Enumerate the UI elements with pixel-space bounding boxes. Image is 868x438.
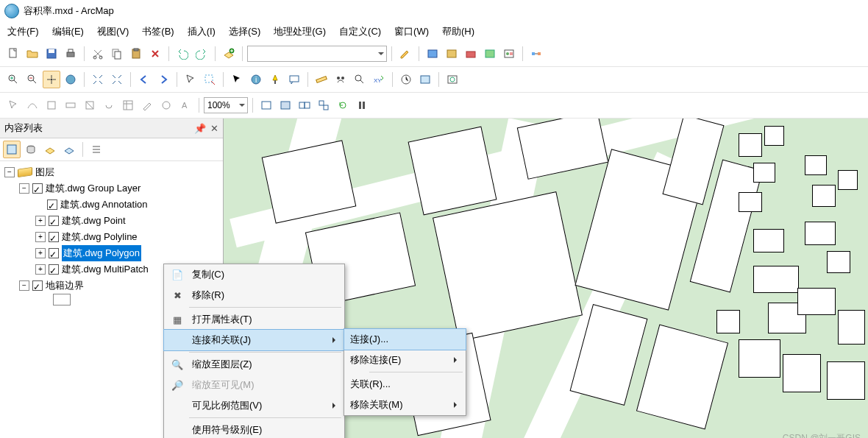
- add-data-icon[interactable]: [220, 45, 238, 63]
- data-frame-tools-1-icon[interactable]: [257, 96, 275, 114]
- undo-icon[interactable]: [174, 45, 191, 63]
- ctx-zoom-layer[interactable]: 🔍缩放至图层(Z): [164, 354, 344, 375]
- list-by-selection-icon[interactable]: [60, 141, 78, 158]
- tree-layer-annotation[interactable]: 建筑.dwg Annotation: [1, 197, 221, 213]
- python-icon[interactable]: [481, 45, 499, 63]
- ctx-open-table[interactable]: ▦打开属性表(T): [164, 309, 344, 330]
- split-icon[interactable]: [81, 96, 99, 114]
- list-by-drawing-order-icon[interactable]: [3, 141, 21, 158]
- forward-icon[interactable]: [154, 71, 172, 88]
- search-window-icon[interactable]: [443, 45, 460, 63]
- print-icon[interactable]: [62, 45, 79, 63]
- tree-root[interactable]: −图层: [1, 164, 221, 180]
- zoom-in-icon[interactable]: [4, 71, 22, 88]
- open-icon[interactable]: [24, 45, 41, 63]
- goto-xy-icon[interactable]: XY: [370, 71, 388, 88]
- tree-group[interactable]: −建筑.dwg Group Layer: [1, 180, 221, 197]
- menu-selection[interactable]: 选择(S): [229, 25, 260, 38]
- svg-point-17: [506, 52, 509, 55]
- reshape-icon[interactable]: [43, 96, 60, 114]
- svg-rect-46: [281, 102, 290, 109]
- modelbuilder-icon[interactable]: [500, 45, 518, 63]
- delete-icon[interactable]: [146, 45, 164, 63]
- tree-layer-polyline[interactable]: +建筑.dwg Polyline: [1, 229, 221, 245]
- menu-edit[interactable]: 编辑(E): [52, 25, 84, 38]
- edit-annotation-icon[interactable]: A: [177, 96, 194, 114]
- identify-icon[interactable]: i: [247, 71, 265, 88]
- arctoolbox-icon[interactable]: [462, 45, 480, 63]
- list-by-source-icon[interactable]: [22, 141, 40, 158]
- menu-view[interactable]: 视图(V): [97, 25, 129, 38]
- time-slider-icon[interactable]: [397, 71, 415, 88]
- sub-remove-join[interactable]: 移除连接(E): [344, 350, 466, 370]
- fixed-zoom-out-icon[interactable]: [108, 71, 126, 88]
- menu-help[interactable]: 帮助(H): [442, 25, 474, 38]
- find-icon[interactable]: [332, 71, 349, 88]
- trace-icon[interactable]: [157, 96, 175, 114]
- ctx-visible-scale[interactable]: 可见比例范围(V): [164, 395, 344, 416]
- sub-relate[interactable]: 关联(R)...: [344, 374, 466, 395]
- close-panel-icon[interactable]: ✕: [210, 123, 218, 134]
- copy-icon[interactable]: [108, 45, 126, 63]
- clear-selection-icon[interactable]: [201, 71, 218, 88]
- edit-vertices-icon[interactable]: [24, 96, 41, 114]
- menu-file[interactable]: 文件(F): [7, 25, 39, 38]
- ctx-symbol-levels[interactable]: 使用符号级别(E): [164, 420, 344, 438]
- save-icon[interactable]: [43, 45, 60, 63]
- ctx-joins-relates[interactable]: 连接和关联(J): [163, 329, 345, 351]
- data-frame-tools-3-icon[interactable]: [296, 96, 313, 114]
- scale-combo[interactable]: [247, 46, 387, 62]
- window-title: 容积率.mxd - ArcMap: [24, 4, 114, 18]
- svg-rect-13: [447, 50, 456, 57]
- viewer-window-icon[interactable]: [444, 71, 461, 88]
- rotate-icon[interactable]: [100, 96, 118, 114]
- cut-polygons-icon[interactable]: [62, 96, 79, 114]
- menu-window[interactable]: 窗口(W): [394, 25, 429, 38]
- zoom-percent-combo[interactable]: 100%: [204, 97, 248, 113]
- create-viewer-icon[interactable]: [416, 71, 434, 88]
- model-icon[interactable]: [527, 45, 545, 63]
- hyperlink-icon[interactable]: [266, 71, 284, 88]
- back-icon[interactable]: [135, 71, 153, 88]
- cut-icon[interactable]: [89, 45, 107, 63]
- redo-icon[interactable]: [193, 45, 210, 63]
- data-frame-tools-4-icon[interactable]: [315, 96, 332, 114]
- data-frame-tools-2-icon[interactable]: [277, 96, 294, 114]
- new-icon[interactable]: [4, 45, 22, 63]
- html-popup-icon[interactable]: [285, 71, 303, 88]
- sub-join[interactable]: 连接(J)...: [344, 328, 466, 350]
- sketch-icon[interactable]: [138, 96, 156, 114]
- menu-bar: 文件(F) 编辑(E) 视图(V) 书签(B) 插入(I) 选择(S) 地理处理…: [0, 22, 868, 41]
- svg-rect-15: [485, 50, 494, 57]
- menu-customize[interactable]: 自定义(C): [339, 25, 381, 38]
- attributes-icon[interactable]: [119, 96, 137, 114]
- ctx-copy[interactable]: 📄复制(C): [164, 264, 344, 285]
- menu-insert[interactable]: 插入(I): [188, 25, 216, 38]
- table-icon: ▦: [170, 312, 185, 327]
- edit-tool-icon[interactable]: [4, 96, 22, 114]
- pin-icon[interactable]: 📌: [194, 123, 206, 134]
- fixed-zoom-in-icon[interactable]: [89, 71, 107, 88]
- catalog-icon[interactable]: [424, 45, 441, 63]
- select-elements-icon[interactable]: [228, 71, 246, 88]
- options-icon[interactable]: [88, 141, 105, 158]
- svg-rect-2: [49, 49, 54, 53]
- pause-drawing-icon[interactable]: [353, 96, 371, 114]
- find-route-icon[interactable]: [351, 71, 369, 88]
- svg-point-33: [355, 75, 361, 81]
- zoom-out-icon[interactable]: [24, 71, 41, 88]
- select-features-icon[interactable]: [182, 71, 199, 88]
- pan-icon[interactable]: [43, 71, 60, 88]
- refresh-icon[interactable]: [334, 96, 352, 114]
- tree-layer-point[interactable]: +建筑.dwg Point: [1, 213, 221, 229]
- sub-remove-relate[interactable]: 移除关联(M): [344, 395, 466, 415]
- full-extent-icon[interactable]: [62, 71, 79, 88]
- menu-bookmarks[interactable]: 书签(B): [142, 25, 174, 38]
- measure-icon[interactable]: [313, 71, 330, 88]
- editor-toolbar-icon[interactable]: [396, 45, 414, 63]
- menu-geoprocessing[interactable]: 地理处理(G): [274, 25, 326, 38]
- ctx-remove[interactable]: ✖移除(R): [164, 285, 344, 305]
- list-by-visibility-icon[interactable]: [41, 141, 59, 158]
- paste-icon[interactable]: [127, 45, 145, 63]
- tree-layer-polygon[interactable]: +建筑.dwg Polygon: [1, 245, 221, 261]
